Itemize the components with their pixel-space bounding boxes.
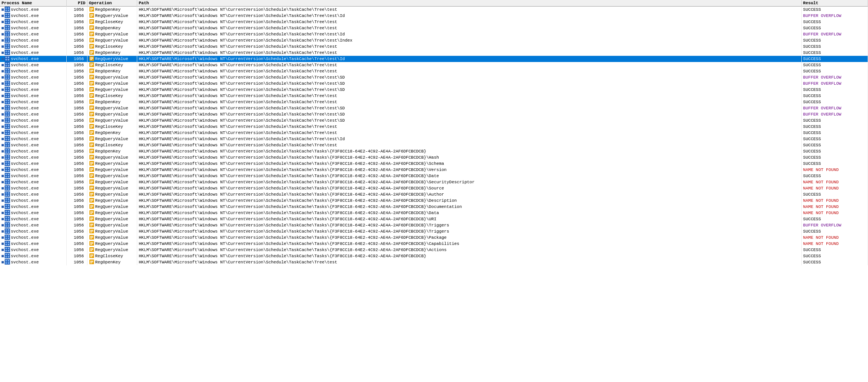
table-row[interactable]: svchost.exe1056RegOpenKeyHKLM\SOFTWARE\M…	[0, 99, 868, 105]
row-marker-icon	[2, 175, 4, 177]
row-marker-icon	[2, 243, 4, 245]
operation-text: RegQueryValue	[95, 217, 128, 221]
table-row[interactable]: svchost.exe1056RegQueryValueHKLM\SOFTWAR…	[0, 228, 868, 235]
process-name-text: svchost.exe	[11, 235, 39, 240]
operation-icon	[89, 38, 95, 43]
table-row[interactable]: svchost.exe1056RegQueryValueHKLM\SOFTWAR…	[0, 56, 868, 62]
result-cell: BUFFER OVERFLOW	[801, 13, 868, 19]
operation-text: RegQueryValue	[95, 174, 128, 178]
path-cell: HKLM\SOFTWARE\Microsoft\Windows NT\Curre…	[137, 253, 801, 259]
result-text: SUCCESS	[803, 229, 821, 234]
svg-rect-328	[8, 231, 9, 233]
header-result[interactable]: Result	[801, 0, 868, 7]
process-name-cell: svchost.exe	[0, 93, 66, 99]
table-row[interactable]: svchost.exe1056RegQueryValueHKLM\SOFTWAR…	[0, 210, 868, 216]
svg-rect-94	[8, 71, 9, 73]
svg-rect-355	[8, 250, 9, 251]
table-row[interactable]: svchost.exe1056RegQueryValueHKLM\SOFTWAR…	[0, 31, 868, 37]
svg-rect-178	[90, 126, 93, 127]
operation-cell: RegOpenKey	[87, 68, 137, 74]
table-row[interactable]: svchost.exe1056RegQueryValueHKLM\SOFTWAR…	[0, 111, 868, 117]
process-name-cell: svchost.exe	[0, 173, 66, 179]
table-row[interactable]: svchost.exe1056RegQueryValueHKLM\SOFTWAR…	[0, 185, 868, 191]
svg-rect-186	[90, 131, 93, 132]
table-row[interactable]: svchost.exe1056RegQueryValueHKLM\SOFTWAR…	[0, 74, 868, 80]
pid-cell: 1056	[66, 216, 87, 222]
table-row[interactable]: svchost.exe1056RegQueryValueHKLM\SOFTWAR…	[0, 87, 868, 93]
header-process-name[interactable]: Process Name	[0, 0, 66, 7]
table-row[interactable]: svchost.exe1056RegOpenKeyHKLM\SOFTWARE\M…	[0, 7, 868, 13]
result-text: SUCCESS	[803, 192, 821, 197]
table-row[interactable]: svchost.exe1056RegQueryValueHKLM\SOFTWAR…	[0, 191, 868, 198]
table-row[interactable]: svchost.exe1056RegCloseKeyHKLM\SOFTWARE\…	[0, 93, 868, 99]
process-name-cell: svchost.exe	[0, 105, 66, 111]
svg-rect-91	[5, 69, 7, 70]
svg-rect-173	[8, 124, 9, 126]
table-row[interactable]: svchost.exe1056RegQueryValueHKLM\SOFTWAR…	[0, 80, 868, 87]
table-row[interactable]: svchost.exe1056RegQueryValueHKLM\SOFTWAR…	[0, 247, 868, 253]
header-path[interactable]: Path	[137, 0, 801, 7]
table-row[interactable]: svchost.exe1056RegQueryValueHKLM\SOFTWAR…	[0, 161, 868, 167]
table-row[interactable]: svchost.exe1056RegCloseKeyHKLM\SOFTWARE\…	[0, 124, 868, 130]
row-marker-icon	[2, 119, 4, 122]
result-text: SUCCESS	[803, 7, 821, 12]
table-row[interactable]: svchost.exe1056RegQueryValueHKLM\SOFTWAR…	[0, 173, 868, 179]
table-row[interactable]: svchost.exe1056RegQueryValueHKLM\SOFTWAR…	[0, 136, 868, 142]
table-row[interactable]: svchost.exe1056RegCloseKeyHKLM\SOFTWARE\…	[0, 19, 868, 25]
table-row[interactable]: svchost.exe1056RegQueryValueHKLM\SOFTWAR…	[0, 117, 868, 124]
result-text: BUFFER OVERFLOW	[803, 75, 841, 80]
table-row[interactable]: svchost.exe1056RegQueryValueHKLM\SOFTWAR…	[0, 37, 868, 44]
table-row[interactable]: svchost.exe1056RegOpenKeyHKLM\SOFTWARE\M…	[0, 50, 868, 56]
svg-rect-96	[90, 70, 93, 70]
svg-rect-286	[90, 200, 93, 201]
svg-rect-273	[5, 194, 7, 196]
operation-icon	[89, 63, 95, 67]
svg-rect-282	[5, 201, 7, 202]
table-row[interactable]: svchost.exe1056RegOpenKeyHKLM\SOFTWARE\M…	[0, 148, 868, 154]
operation-cell: RegCloseKey	[87, 93, 137, 99]
table-row[interactable]: svchost.exe1056RegCloseKeyHKLM\SOFTWARE\…	[0, 62, 868, 68]
table-row[interactable]: svchost.exe1056RegQueryValueHKLM\SOFTWAR…	[0, 13, 868, 19]
operation-text: RegOpenKey	[95, 100, 121, 104]
svg-rect-17	[90, 16, 92, 17]
row-marker-icon	[2, 150, 4, 152]
svg-rect-322	[90, 225, 93, 226]
table-row[interactable]: svchost.exe1056RegCloseKeyHKLM\SOFTWARE\…	[0, 253, 868, 259]
svg-rect-71	[90, 53, 92, 54]
table-row[interactable]: svchost.exe1056RegOpenKeyHKLM\SOFTWARE\M…	[0, 259, 868, 265]
table-row[interactable]: svchost.exe1056RegQueryValueHKLM\SOFTWAR…	[0, 154, 868, 161]
table-row[interactable]: svchost.exe1056RegOpenKeyHKLM\SOFTWARE\M…	[0, 130, 868, 136]
operation-text: RegQueryValue	[95, 75, 128, 80]
svg-rect-157	[8, 114, 9, 116]
header-operation[interactable]: Operation	[87, 0, 137, 7]
header-pid[interactable]: PID	[66, 0, 87, 7]
path-cell: HKLM\SOFTWARE\Microsoft\Windows NT\Curre…	[137, 198, 801, 204]
operation-text: RegOpenKey	[95, 69, 121, 74]
svg-rect-219	[5, 157, 7, 159]
svg-rect-76	[8, 59, 9, 60]
table-row[interactable]: svchost.exe1056RegCloseKeyHKLM\SOFTWARE\…	[0, 44, 868, 50]
svg-rect-159	[90, 113, 93, 114]
table-row[interactable]: svchost.exe1056RegQueryValueHKLM\SOFTWAR…	[0, 216, 868, 222]
operation-cell: RegOpenKey	[87, 99, 137, 105]
table-row[interactable]: svchost.exe1056RegQueryValueHKLM\SOFTWAR…	[0, 235, 868, 241]
table-row[interactable]: svchost.exe1056RegOpenKeyHKLM\SOFTWARE\M…	[0, 68, 868, 74]
table-row[interactable]: svchost.exe1056RegQueryValueHKLM\SOFTWAR…	[0, 204, 868, 210]
process-icon	[5, 50, 11, 55]
svg-rect-134	[90, 96, 92, 97]
result-cell: BUFFER OVERFLOW	[801, 74, 868, 80]
table-row[interactable]: svchost.exe1056RegQueryValueHKLM\SOFTWAR…	[0, 222, 868, 228]
table-row[interactable]: svchost.exe1056RegQueryValueHKLM\SOFTWAR…	[0, 105, 868, 111]
pid-cell: 1056	[66, 117, 87, 124]
process-name-text: svchost.exe	[11, 161, 39, 166]
table-row[interactable]: svchost.exe1056RegQueryValueHKLM\SOFTWAR…	[0, 241, 868, 247]
table-row[interactable]: svchost.exe1056RegQueryValueHKLM\SOFTWAR…	[0, 179, 868, 185]
table-row[interactable]: svchost.exe1056RegOpenKeyHKLM\SOFTWARE\M…	[0, 25, 868, 31]
table-row[interactable]: svchost.exe1056RegQueryValueHKLM\SOFTWAR…	[0, 198, 868, 204]
svg-rect-3	[5, 10, 7, 11]
table-row[interactable]: svchost.exe1056RegQueryValueHKLM\SOFTWAR…	[0, 167, 868, 173]
table-row[interactable]: svchost.exe1056RegCloseKeyHKLM\SOFTWARE\…	[0, 142, 868, 148]
svg-rect-232	[90, 163, 93, 164]
process-name-text: svchost.exe	[11, 217, 39, 221]
svg-rect-238	[8, 170, 9, 171]
